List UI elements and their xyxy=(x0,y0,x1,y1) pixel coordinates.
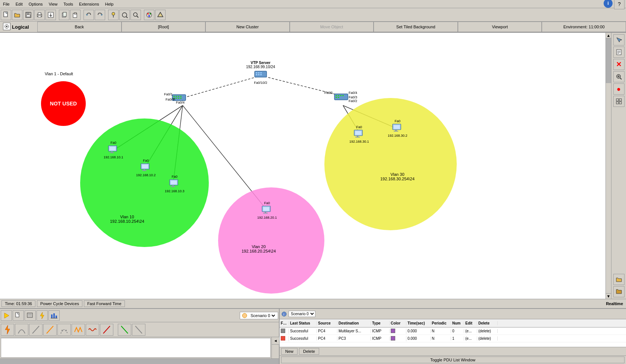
bottom-panel: Scenario 0 xyxy=(0,308,626,364)
pc2-fa-label: Fa0 xyxy=(136,159,156,162)
draw-curve[interactable] xyxy=(15,324,28,336)
pdu-row-1[interactable]: Successful PC4 Multilayer S... ICMP 0.00… xyxy=(280,327,626,335)
pdu-new-button[interactable]: New xyxy=(281,348,298,355)
pdu-scenario-select[interactable]: Scenario 0 xyxy=(289,311,315,317)
svg-point-108 xyxy=(62,330,63,331)
row2-source: PC4 xyxy=(317,336,337,341)
sim-nav-left[interactable]: ◄ xyxy=(272,337,279,345)
draw-lightning-orange[interactable] xyxy=(1,324,14,336)
sim-play-button[interactable] xyxy=(1,310,12,321)
menu-view[interactable]: View xyxy=(46,1,61,7)
draw-green-line[interactable] xyxy=(118,324,131,336)
rp-notes-button[interactable] xyxy=(613,47,625,58)
draw-straight-line[interactable] xyxy=(29,324,43,336)
network-canvas[interactable]: NOT USED Vlan 1 - Default VTP Server 192… xyxy=(0,33,611,299)
draw-gray-line[interactable] xyxy=(132,324,145,336)
save-button[interactable] xyxy=(23,10,34,20)
row2-delete[interactable]: (delete) xyxy=(477,336,498,341)
simulation-left-panel: Scenario 0 xyxy=(0,309,280,364)
rp-folder-closed-button[interactable] xyxy=(613,286,625,297)
vtp-port-label: Fa0/10/2 xyxy=(246,81,275,85)
root-button[interactable]: [Root] xyxy=(122,22,206,32)
svg-point-15 xyxy=(122,13,127,17)
svg-marker-94 xyxy=(4,313,9,318)
undo-button[interactable] xyxy=(84,10,94,20)
logical-view-label: Logical xyxy=(12,24,29,30)
move-object-button[interactable]: Move Object xyxy=(290,22,374,32)
row2-edit[interactable]: (e... xyxy=(464,336,477,341)
fast-forward-button[interactable]: Fast Forward Time xyxy=(84,300,125,307)
right-switch[interactable]: Fa0/1 Fa0/4 Fa0/3 Fa0/2 xyxy=(334,92,349,103)
info-button[interactable]: i xyxy=(604,0,613,8)
export-button[interactable] xyxy=(45,10,56,20)
pdu-table-body: Successful PC4 Multilayer S... ICMP 0.00… xyxy=(280,327,626,347)
right-panel: ✕ ● xyxy=(611,33,626,299)
vtp-server-node[interactable]: VTP Server 192.168.99.10/24 Fa0/10/2 xyxy=(246,61,275,85)
left-switch[interactable]: Fa0/1 Fa0/? F Fa0/4 xyxy=(172,92,186,104)
rp-delete-button[interactable]: ✕ xyxy=(613,59,625,70)
back-button[interactable]: Back xyxy=(37,22,122,32)
pc3-vlan10[interactable]: Fa0 192.168.10.3 xyxy=(165,175,185,193)
palette-button[interactable] xyxy=(144,10,154,20)
sim-input-area[interactable] xyxy=(1,338,271,358)
menu-options[interactable]: Options xyxy=(26,1,46,7)
vlan1-label: Vlan 1 - Default xyxy=(45,72,73,76)
pin-button[interactable] xyxy=(108,10,119,20)
inspect-button[interactable] xyxy=(119,10,130,20)
canvas-scrollbar[interactable]: ▲ ▼ xyxy=(605,33,611,299)
svg-rect-92 xyxy=(616,102,619,104)
topology-button[interactable] xyxy=(155,10,166,20)
draw-dotted-curve[interactable] xyxy=(57,324,71,336)
pc2-vlan30[interactable]: Fa0 192.168.30.2 xyxy=(388,119,408,137)
copy-button[interactable] xyxy=(59,10,69,20)
svg-rect-73 xyxy=(263,213,268,213)
svg-rect-79 xyxy=(394,125,400,129)
row1-edit[interactable]: (e... xyxy=(464,329,477,333)
power-cycle-button[interactable]: Power Cycle Devices xyxy=(37,300,82,307)
zoom-button[interactable] xyxy=(130,10,141,20)
svg-rect-60 xyxy=(111,151,113,152)
new-file-button[interactable] xyxy=(1,10,11,20)
menu-tools[interactable]: Tools xyxy=(60,1,76,7)
pc1-vlan10[interactable]: Fa0 192.168.10.1 xyxy=(104,141,123,159)
draw-angled-line[interactable] xyxy=(43,324,57,336)
sim-settings-button[interactable] xyxy=(25,310,36,321)
sim-lightning-button[interactable] xyxy=(37,310,48,321)
header-fire: Fire xyxy=(280,321,289,325)
draw-zigzag[interactable] xyxy=(72,324,85,336)
environment-button[interactable]: Environment: 11:00:00 xyxy=(542,22,626,32)
rp-zoom-button[interactable] xyxy=(613,71,625,82)
pc2-vlan10[interactable]: Fa0 192.168.10.2 xyxy=(136,159,156,177)
row1-delete[interactable]: (delete) xyxy=(477,329,498,333)
toggle-pdu-window-button[interactable]: Toggle PDU List Window xyxy=(281,357,625,363)
redo-button[interactable] xyxy=(95,10,105,20)
sim-chart-button[interactable] xyxy=(48,310,60,321)
rp-select-button[interactable] xyxy=(613,34,625,45)
menu-extensions[interactable]: Extensions xyxy=(76,1,102,7)
pdu-row-2[interactable]: Successful PC4 PC3 ICMP 0.000 N 1 (e... … xyxy=(280,335,626,342)
rp-grid-button[interactable] xyxy=(613,96,625,107)
svg-point-20 xyxy=(147,13,149,15)
scenario-select[interactable]: Scenario 0 xyxy=(249,313,276,318)
open-file-button[interactable] xyxy=(12,10,22,20)
menu-edit[interactable]: Edit xyxy=(13,1,26,7)
draw-red-line[interactable] xyxy=(100,324,113,336)
sim-file-button[interactable] xyxy=(13,310,24,321)
pdu-delete-button[interactable]: Delete xyxy=(299,348,319,355)
rp-folder-open-button[interactable] xyxy=(613,274,625,285)
viewport-button[interactable]: Viewport xyxy=(458,22,542,32)
pc1-vlan20[interactable]: Fa0 192.168.20.1 xyxy=(257,201,277,219)
pdu-action-buttons: New Delete xyxy=(280,347,626,355)
menu-help[interactable]: Help xyxy=(102,1,117,7)
draw-coil-red[interactable] xyxy=(86,324,99,336)
paste-button[interactable] xyxy=(70,10,81,20)
set-tiled-background-button[interactable]: Set Tiled Background xyxy=(374,22,458,32)
help-button[interactable]: ? xyxy=(614,0,625,9)
sim-scrollbar[interactable] xyxy=(0,358,279,364)
vlan30-label: Vlan 30 192.168.30.254\24 xyxy=(380,172,415,181)
pc1-vlan30[interactable]: Fa0 192.168.30.1 xyxy=(349,125,369,143)
menu-file[interactable]: File xyxy=(0,1,13,7)
new-cluster-button[interactable]: New Cluster xyxy=(205,22,290,32)
print-button[interactable] xyxy=(34,10,45,20)
rp-dot-button[interactable]: ● xyxy=(613,83,625,95)
